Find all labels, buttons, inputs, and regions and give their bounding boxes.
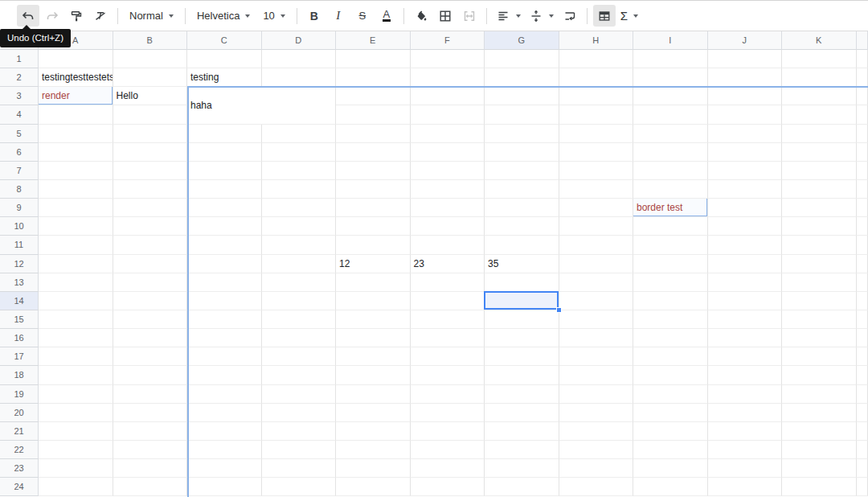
cell-B4[interactable] [113, 105, 188, 124]
cell-K14[interactable] [782, 292, 857, 310]
cell-D18[interactable] [262, 366, 337, 384]
cell-G16[interactable] [485, 329, 559, 347]
column-header-H[interactable]: H [559, 31, 634, 50]
cell-J16[interactable] [708, 329, 783, 347]
cell-A20[interactable] [39, 404, 113, 422]
cell-E3[interactable] [336, 87, 411, 105]
cell-I20[interactable] [633, 404, 708, 422]
cell-B13[interactable] [113, 273, 188, 292]
borders-button[interactable] [434, 5, 457, 27]
cell-H8[interactable] [559, 180, 634, 199]
cell-J23[interactable] [708, 459, 783, 478]
cell-B20[interactable] [113, 404, 188, 422]
cell-H18[interactable] [559, 366, 634, 384]
cell-G13[interactable] [485, 273, 559, 292]
cell-H16[interactable] [559, 329, 634, 347]
cell-G5[interactable] [485, 125, 559, 143]
cell-A7[interactable] [39, 162, 113, 180]
cell-I14[interactable] [633, 292, 708, 310]
cell-K2[interactable] [782, 68, 857, 87]
bold-button[interactable]: B [303, 5, 326, 27]
cell-C1[interactable] [187, 50, 262, 68]
cell-H14[interactable] [559, 292, 634, 310]
cell-E5[interactable] [336, 125, 411, 143]
cell-E10[interactable] [336, 217, 411, 236]
cell-J11[interactable] [708, 236, 783, 254]
cell-C18[interactable] [187, 366, 262, 384]
cell-D24[interactable] [262, 478, 337, 496]
text-wrap-button[interactable] [559, 5, 581, 27]
row-header-16[interactable]: 16 [0, 329, 39, 347]
cell-K16[interactable] [782, 329, 857, 347]
cell-I8[interactable] [633, 180, 708, 199]
cell-J24[interactable] [708, 478, 783, 496]
cell-D2[interactable] [262, 68, 337, 87]
cell-B17[interactable] [113, 347, 188, 366]
cell-D6[interactable] [262, 143, 337, 162]
cell-G1[interactable] [485, 50, 559, 68]
cell-J7[interactable] [708, 162, 783, 180]
table-button[interactable] [593, 5, 616, 27]
cell-J20[interactable] [708, 404, 783, 422]
cell-E17[interactable] [336, 347, 411, 366]
column-header-J[interactable]: J [708, 31, 783, 50]
cell-E4[interactable] [336, 105, 411, 124]
cell-G15[interactable] [485, 310, 559, 329]
cell-C21[interactable] [187, 422, 262, 441]
row-header-10[interactable]: 10 [0, 217, 39, 236]
cell-A10[interactable] [39, 217, 113, 236]
cell-H7[interactable] [559, 162, 634, 180]
cell-H1[interactable] [559, 50, 634, 68]
cell-C15[interactable] [187, 310, 262, 329]
cell-B14[interactable] [113, 292, 188, 310]
cell-J6[interactable] [708, 143, 783, 162]
cell-F16[interactable] [411, 329, 485, 347]
text-color-button[interactable]: A [375, 5, 398, 27]
row-header-1[interactable]: 1 [0, 50, 39, 68]
cell-K10[interactable] [782, 217, 857, 236]
row-header-2[interactable]: 2 [0, 68, 39, 87]
cell-H3[interactable] [559, 87, 634, 105]
row-header-21[interactable]: 21 [0, 422, 39, 441]
cell-A5[interactable] [39, 125, 113, 143]
cell-D5[interactable] [262, 125, 337, 143]
cell-G2[interactable] [485, 68, 559, 87]
cell-A8[interactable] [39, 180, 113, 199]
cell-K4[interactable] [782, 105, 857, 124]
column-header-F[interactable]: F [411, 31, 485, 50]
cell-partial[interactable] [857, 105, 868, 124]
cell-partial[interactable] [857, 87, 868, 105]
cell-G4[interactable] [485, 105, 559, 124]
cell-H13[interactable] [559, 273, 634, 292]
row-header-19[interactable]: 19 [0, 385, 39, 404]
cell-A21[interactable] [39, 422, 113, 441]
cell-G12[interactable]: 35 [485, 255, 559, 273]
cell-J3[interactable] [708, 87, 783, 105]
paint-format-button[interactable] [65, 5, 88, 27]
font-dropdown[interactable]: Helvetica [190, 5, 256, 27]
row-header-6[interactable]: 6 [0, 143, 39, 162]
cell-partial[interactable] [857, 180, 868, 199]
cell-partial[interactable] [857, 236, 868, 254]
cell-K9[interactable] [782, 199, 857, 217]
cell-A1[interactable] [39, 50, 113, 68]
cell-F15[interactable] [411, 310, 485, 329]
cell-B15[interactable] [113, 310, 188, 329]
cell-C14[interactable] [187, 292, 262, 310]
cell-H23[interactable] [559, 459, 634, 478]
cell-J21[interactable] [708, 422, 783, 441]
cell-D21[interactable] [262, 422, 337, 441]
cell-I22[interactable] [633, 441, 708, 459]
cell-B7[interactable] [113, 162, 188, 180]
cell-K3[interactable] [782, 87, 857, 105]
font-size-dropdown[interactable]: 10 [256, 5, 291, 27]
cell-E12[interactable]: 12 [336, 255, 411, 273]
cell-H21[interactable] [559, 422, 634, 441]
cell-K7[interactable] [782, 162, 857, 180]
cell-A11[interactable] [39, 236, 113, 254]
cell-E14[interactable] [336, 292, 411, 310]
cell-E8[interactable] [336, 180, 411, 199]
cell-A22[interactable] [39, 441, 113, 459]
cell-E9[interactable] [336, 199, 411, 217]
cell-C19[interactable] [187, 385, 262, 404]
